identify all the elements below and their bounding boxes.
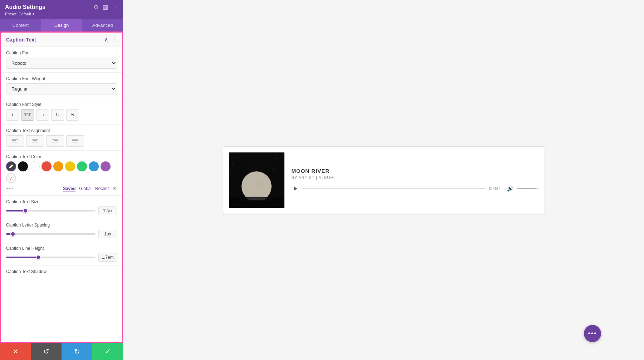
- svg-point-16: [264, 156, 265, 157]
- columns-icon[interactable]: ▦: [103, 4, 108, 10]
- color-settings-icon[interactable]: ⚙: [112, 186, 117, 191]
- cancel-icon: ✕: [13, 347, 19, 356]
- bold-button[interactable]: TT: [21, 109, 34, 121]
- header-icons: ⊙ ▦ ⋮: [94, 4, 118, 10]
- align-justify-button[interactable]: [66, 135, 84, 147]
- caption-letter-spacing-input[interactable]: [98, 230, 117, 238]
- preset-selector[interactable]: Preset: Default ▾: [5, 11, 118, 16]
- caption-font-style-label: Caption Font Style: [6, 102, 117, 107]
- alignment-buttons: [6, 135, 117, 147]
- tab-design[interactable]: Design: [41, 19, 82, 31]
- more-icon[interactable]: ⋮: [112, 4, 118, 10]
- svg-point-14: [245, 155, 245, 155]
- color-swatch-purple[interactable]: [101, 161, 111, 171]
- strikethrough-button[interactable]: S: [66, 109, 79, 121]
- svg-rect-1: [12, 140, 16, 141]
- svg-point-15: [254, 159, 254, 160]
- svg-point-21: [250, 162, 250, 162]
- svg-point-18: [282, 155, 283, 155]
- section-more-icon[interactable]: ⋮: [111, 36, 117, 43]
- svg-rect-35: [249, 197, 265, 200]
- svg-rect-6: [52, 139, 58, 140]
- color-tab-saved[interactable]: Saved: [63, 186, 75, 191]
- caption-line-height-field: Caption Line Height: [1, 242, 122, 266]
- svg-point-17: [275, 159, 275, 159]
- color-swatch-eraser[interactable]: ╱: [6, 173, 16, 183]
- color-swatch-green[interactable]: [77, 161, 87, 171]
- caption-font-weight-field: Caption Font Weight Regular Thin Light M…: [1, 73, 122, 98]
- play-button[interactable]: [292, 185, 299, 193]
- svg-rect-10: [72, 140, 78, 141]
- italic-button[interactable]: I: [6, 109, 19, 121]
- svg-rect-7: [54, 140, 58, 141]
- caption-letter-spacing-field: Caption Letter Spacing: [1, 219, 122, 242]
- color-swatch-white[interactable]: [30, 161, 40, 171]
- album-art: [229, 152, 284, 208]
- panel-body: Caption Text ∧ ⋮ Caption Font Roboto Ari…: [0, 31, 123, 343]
- sidebar-header: Audio Settings ⊙ ▦ ⋮ Preset: Default ▾: [0, 0, 123, 19]
- caption-line-height-input[interactable]: [98, 253, 117, 262]
- volume-icon[interactable]: 🔊: [507, 185, 514, 192]
- color-dots-row: ••• Saved Global Recent ⚙: [6, 185, 117, 192]
- svg-point-24: [279, 165, 279, 165]
- svg-point-20: [241, 165, 241, 165]
- color-swatch-orange[interactable]: [53, 161, 63, 171]
- tab-content[interactable]: Content: [0, 19, 41, 31]
- svg-point-13: [236, 157, 236, 158]
- more-colors-dots[interactable]: •••: [6, 185, 14, 192]
- track-title: MOON RIVER: [292, 168, 539, 174]
- align-left-button[interactable]: [6, 135, 24, 147]
- fab-icon: •••: [588, 330, 597, 337]
- caption-text-size-input[interactable]: [98, 206, 117, 215]
- color-swatch-red[interactable]: [42, 161, 52, 171]
- track-subtitle: BY ARTIST | ALBUM: [292, 175, 539, 180]
- caps-button[interactable]: Tt: [36, 109, 49, 121]
- color-tab-global[interactable]: Global: [79, 186, 92, 191]
- underline-button[interactable]: U: [51, 109, 64, 121]
- align-right-button[interactable]: [46, 135, 64, 147]
- settings-icon[interactable]: ⊙: [94, 4, 98, 10]
- sidebar-title: Audio Settings: [5, 4, 45, 10]
- svg-rect-11: [72, 142, 78, 142]
- progress-bar[interactable]: [303, 188, 486, 189]
- font-style-buttons: I TT Tt U S: [6, 109, 117, 121]
- caption-text-size-slider-row: [6, 206, 117, 215]
- color-swatch-black[interactable]: [18, 161, 28, 171]
- caption-text-shadow-label: Caption Text Shadow: [6, 269, 117, 274]
- caption-letter-spacing-slider[interactable]: [6, 233, 96, 235]
- caption-font-select[interactable]: Roboto Arial Georgia Open Sans: [6, 58, 117, 69]
- caption-line-height-slider-row: [6, 253, 117, 262]
- svg-rect-3: [32, 139, 38, 140]
- color-swatch-yellow[interactable]: [65, 161, 75, 171]
- section-header: Caption Text ∧ ⋮: [1, 33, 122, 47]
- section-header-actions: ∧ ⋮: [104, 36, 117, 43]
- caption-text-size-slider[interactable]: [6, 210, 96, 211]
- caption-line-height-label: Caption Line Height: [6, 246, 117, 251]
- tab-advanced[interactable]: Advanced: [82, 19, 123, 31]
- cancel-button[interactable]: ✕: [0, 343, 31, 360]
- caption-line-height-slider[interactable]: [6, 257, 96, 258]
- svg-rect-4: [33, 140, 37, 141]
- preset-label: Preset: Default: [5, 12, 31, 16]
- save-icon: ✓: [105, 347, 111, 356]
- caption-text-alignment-field: Caption Text Alignment: [1, 125, 122, 151]
- volume-bar[interactable]: [517, 188, 539, 189]
- caption-font-weight-select[interactable]: Regular Thin Light Medium Bold: [6, 83, 117, 94]
- caption-text-size-field: Caption Text Size: [1, 196, 122, 219]
- svg-point-28: [273, 169, 274, 170]
- undo-button[interactable]: ↺: [31, 343, 62, 360]
- player-info: MOON RIVER BY ARTIST | ALBUM 00:00 🔊: [292, 168, 539, 193]
- save-button[interactable]: ✓: [92, 343, 123, 360]
- svg-rect-8: [52, 142, 58, 142]
- volume-fill: [517, 188, 536, 189]
- color-pencil-swatch[interactable]: [6, 161, 16, 171]
- color-swatches: ╱: [6, 161, 117, 183]
- collapse-icon[interactable]: ∧: [104, 36, 108, 43]
- color-tab-recent[interactable]: Recent: [95, 186, 109, 191]
- align-center-button[interactable]: [26, 135, 44, 147]
- svg-point-26: [238, 172, 238, 172]
- settings-sidebar: Audio Settings ⊙ ▦ ⋮ Preset: Default ▾ C…: [0, 0, 123, 360]
- fab-button[interactable]: •••: [584, 325, 601, 342]
- redo-button[interactable]: ↻: [62, 343, 92, 360]
- color-swatch-blue[interactable]: [89, 161, 99, 171]
